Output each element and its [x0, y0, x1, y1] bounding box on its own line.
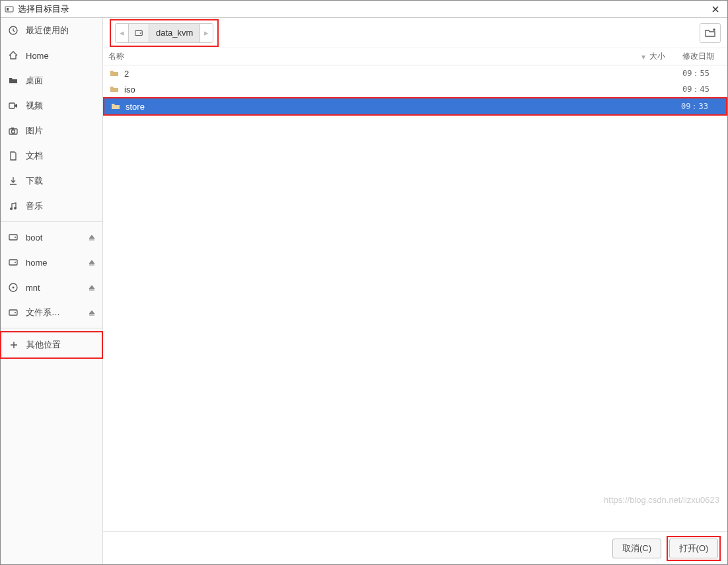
column-date[interactable]: 修改日期 — [682, 51, 722, 62]
drive-icon — [7, 257, 19, 268]
file-chooser-window: 选择目标目录 最近使用的 Home 桌面 视频 — [0, 0, 728, 565]
svg-point-7 — [10, 207, 13, 210]
disc-icon — [7, 282, 19, 293]
sidebar-item-pictures[interactable]: 图片 — [1, 118, 102, 143]
cancel-button[interactable]: 取消(C) — [612, 539, 661, 558]
file-name: iso — [124, 85, 649, 94]
file-name: store — [126, 102, 648, 112]
footer: 取消(C) 打开(O) — [103, 531, 727, 564]
app-icon — [5, 5, 14, 13]
svg-rect-0 — [5, 7, 13, 12]
svg-point-14 — [13, 287, 15, 289]
svg-point-8 — [14, 207, 17, 209]
sidebar-item-desktop[interactable]: 桌面 — [1, 68, 102, 93]
folder-icon — [108, 85, 120, 93]
sidebar-item-label: home — [26, 258, 81, 268]
music-icon — [7, 201, 19, 211]
sidebar-item-label: 视频 — [26, 100, 96, 112]
sidebar-item-label: 桌面 — [26, 75, 96, 87]
breadcrumb: ◂ data_kvm ▸ — [115, 23, 213, 43]
drive-icon — [7, 307, 19, 318]
main-pane: ◂ data_kvm ▸ 名称 ▾ 大小 — [103, 18, 727, 564]
file-date: 09：33 — [681, 101, 721, 112]
sidebar-device-boot[interactable]: boot — [1, 225, 102, 250]
eject-icon[interactable] — [88, 233, 96, 241]
sidebar-item-label: 音乐 — [26, 200, 96, 212]
file-name: 2 — [124, 69, 649, 79]
sidebar-item-recent[interactable]: 最近使用的 — [1, 18, 102, 43]
breadcrumb-segment[interactable]: data_kvm — [149, 24, 200, 42]
column-headers: 名称 ▾ 大小 修改日期 — [103, 48, 727, 65]
sidebar-item-label: 下载 — [26, 175, 96, 187]
breadcrumb-back[interactable]: ◂ — [116, 24, 129, 42]
file-row[interactable]: 2 09：55 — [103, 65, 727, 81]
breadcrumb-root[interactable] — [129, 24, 149, 42]
file-list: 2 09：55 iso 09：45 store 09：33 — [103, 65, 727, 531]
column-size[interactable]: 大小 — [649, 51, 682, 62]
watermark: https://blog.csdn.net/lizxu0623 — [604, 495, 719, 505]
svg-point-16 — [15, 312, 16, 313]
pathbar: ◂ data_kvm ▸ — [103, 18, 727, 48]
close-button[interactable] — [708, 3, 723, 16]
sidebar-item-home[interactable]: Home — [1, 43, 102, 68]
open-button[interactable]: 打开(O) — [669, 539, 718, 558]
clock-icon — [7, 25, 19, 36]
sidebar-item-label: Home — [26, 51, 96, 61]
column-name[interactable]: 名称 ▾ — [108, 51, 649, 62]
svg-rect-1 — [7, 8, 9, 11]
sidebar-item-label: 文件系… — [26, 307, 81, 319]
sidebar-device-mnt[interactable]: mnt — [1, 275, 102, 300]
sidebar-item-label: 其他位置 — [26, 339, 95, 351]
file-date: 09：55 — [682, 68, 722, 79]
sidebar-device-home[interactable]: home — [1, 250, 102, 275]
folder-icon — [7, 75, 19, 86]
window-title: 选择目标目录 — [18, 3, 708, 15]
folder-icon — [108, 69, 120, 77]
svg-point-10 — [15, 237, 16, 238]
eject-icon[interactable] — [88, 309, 96, 317]
column-name-label: 名称 — [108, 51, 124, 62]
file-row[interactable]: store 09：33 — [104, 98, 726, 114]
sidebar-item-music[interactable]: 音乐 — [1, 194, 102, 219]
sidebar-device-filesystem[interactable]: 文件系… — [1, 300, 102, 325]
drive-icon — [7, 232, 19, 243]
file-date: 09：45 — [682, 84, 722, 95]
sidebar-item-label: 最近使用的 — [26, 24, 96, 36]
sidebar-item-downloads[interactable]: 下载 — [1, 169, 102, 194]
eject-icon[interactable] — [88, 258, 96, 266]
home-icon — [7, 50, 19, 61]
folder-icon — [110, 102, 122, 110]
svg-point-18 — [140, 32, 141, 34]
titlebar: 选择目标目录 — [1, 1, 727, 18]
camera-icon — [7, 126, 19, 136]
sidebar-separator — [1, 328, 102, 328]
svg-point-5 — [12, 130, 15, 133]
document-icon — [7, 151, 19, 161]
sidebar: 最近使用的 Home 桌面 视频 图片 文档 — [1, 18, 103, 564]
sidebar-item-label: mnt — [26, 283, 81, 293]
file-row[interactable]: iso 09：45 — [103, 81, 727, 97]
sort-indicator-icon: ▾ — [641, 52, 645, 61]
download-icon — [7, 176, 19, 186]
svg-rect-3 — [9, 103, 15, 108]
sidebar-item-label: 文档 — [26, 150, 96, 162]
breadcrumb-forward[interactable]: ▸ — [200, 24, 213, 42]
video-icon — [7, 100, 19, 111]
sidebar-other-locations[interactable]: 其他位置 — [1, 332, 102, 358]
sidebar-item-label: boot — [26, 233, 81, 243]
svg-rect-9 — [9, 235, 17, 240]
svg-rect-11 — [9, 260, 17, 265]
svg-point-12 — [15, 262, 16, 263]
svg-rect-6 — [11, 128, 14, 129]
sidebar-item-videos[interactable]: 视频 — [1, 93, 102, 118]
sidebar-item-label: 图片 — [26, 125, 96, 137]
new-folder-button[interactable] — [700, 23, 721, 43]
svg-rect-17 — [135, 30, 143, 35]
sidebar-separator — [1, 221, 102, 222]
sidebar-item-documents[interactable]: 文档 — [1, 143, 102, 169]
plus-icon — [8, 340, 20, 350]
svg-rect-15 — [9, 310, 17, 315]
eject-icon[interactable] — [88, 283, 96, 291]
